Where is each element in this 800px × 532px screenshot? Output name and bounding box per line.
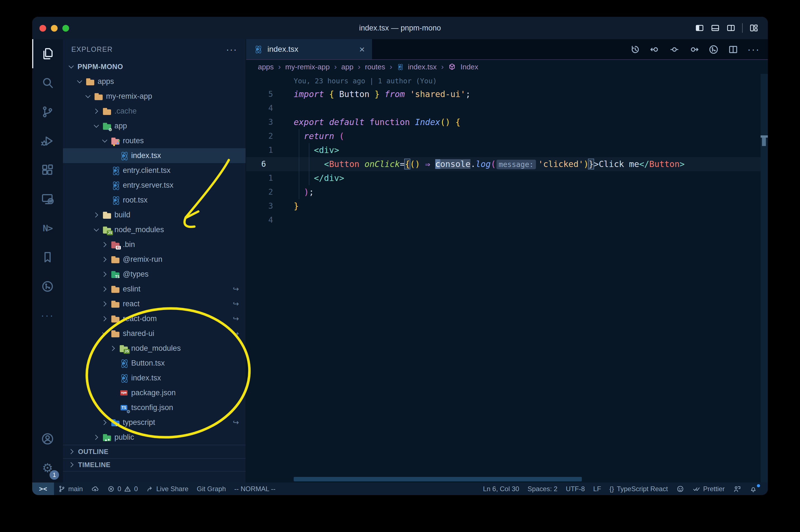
double-check-icon xyxy=(692,485,700,493)
language-mode-item[interactable]: {}TypeScript React xyxy=(605,482,672,495)
tree-row[interactable]: index.tsx xyxy=(63,148,246,163)
line-number: 3 xyxy=(246,115,283,129)
tree-row[interactable]: PNPM-MONO xyxy=(63,59,246,74)
tab-index-tsx[interactable]: index.tsx × xyxy=(246,39,372,59)
split-editor-icon[interactable] xyxy=(728,44,739,55)
feedback-item[interactable] xyxy=(729,482,745,495)
explorer-icon[interactable] xyxy=(32,39,63,68)
tree-row[interactable]: 01 .bin xyxy=(63,237,246,252)
nx-console-icon[interactable]: N> xyxy=(32,214,63,243)
tree-row[interactable]: TS @types xyxy=(63,267,246,282)
minimize-window-button[interactable] xyxy=(51,25,58,32)
breadcrumb-routes[interactable]: routes xyxy=(365,63,385,71)
git-branch-item[interactable]: main xyxy=(54,482,87,495)
indentation-item[interactable]: Spaces: 2 xyxy=(523,482,562,495)
cursor-position-item[interactable]: Ln 6, Col 30 xyxy=(479,482,523,495)
breadcrumb-symbol[interactable]: Index xyxy=(460,63,478,71)
accounts-icon[interactable] xyxy=(32,424,63,453)
code-editor[interactable]: You, 23 hours ago | 1 author (You) 5impo… xyxy=(246,74,768,482)
tree-chevron-icon xyxy=(109,152,117,159)
window-title: index.tsx — pnpm-mono xyxy=(32,24,768,33)
tree-row[interactable]: TS tsconfig.json xyxy=(63,400,246,415)
customize-layout-icon[interactable] xyxy=(749,23,758,33)
tree-row[interactable]: entry.client.tsx xyxy=(63,163,246,178)
editor-group: index.tsx × ··· apps › my-remix-app › xyxy=(246,39,768,482)
tree-row[interactable]: build xyxy=(63,208,246,222)
file-type-icon: • xyxy=(103,434,112,441)
tree-row[interactable]: my-remix-app xyxy=(63,89,246,104)
manage-gear-icon[interactable]: ⚙ 1 xyxy=(32,453,63,482)
current-change-icon[interactable] xyxy=(669,44,680,55)
breadcrumb-apps[interactable]: apps xyxy=(258,63,273,71)
timeline-section[interactable]: TIMELINE xyxy=(63,458,246,472)
github-item[interactable] xyxy=(672,482,688,495)
toggle-primary-sidebar-icon[interactable] xyxy=(695,23,704,33)
tree-row[interactable]: Button.tsx xyxy=(63,356,246,370)
breadcrumb-file[interactable]: index.tsx xyxy=(408,63,437,71)
timeline-history-icon[interactable] xyxy=(630,44,641,55)
additional-views-icon[interactable]: ··· xyxy=(32,301,63,330)
bookmarks-icon[interactable] xyxy=(32,243,63,272)
next-change-icon[interactable] xyxy=(689,44,699,55)
tree-item-label: my-remix-app xyxy=(106,92,152,101)
live-share-item[interactable]: Live Share xyxy=(142,482,193,495)
tab-label: index.tsx xyxy=(267,45,299,54)
source-control-icon[interactable] xyxy=(32,97,63,127)
tree-row[interactable]: • routes xyxy=(63,133,246,148)
tree-row[interactable]: .cache xyxy=(63,104,246,119)
tree-row[interactable]: react xyxy=(63,297,246,311)
search-icon[interactable] xyxy=(32,68,63,97)
traffic-lights xyxy=(39,25,69,32)
breadcrumb-app[interactable]: app xyxy=(341,63,353,71)
toggle-panel-icon[interactable] xyxy=(711,23,720,33)
remote-explorer-icon[interactable] xyxy=(32,185,63,214)
tree-item-label: app xyxy=(114,122,127,130)
breadcrumb-my-remix-app[interactable]: my-remix-app xyxy=(285,63,330,71)
vertical-scrollbar[interactable] xyxy=(761,74,768,482)
tree-row[interactable]: root.tsx xyxy=(63,193,246,208)
run-and-debug-icon[interactable] xyxy=(32,127,63,155)
horizontal-scrollbar[interactable] xyxy=(294,477,582,481)
encoding-item[interactable]: UTF-8 xyxy=(562,482,589,495)
tree-row[interactable]: • public xyxy=(63,430,246,445)
tree-row[interactable]: TS typescript xyxy=(63,415,246,430)
symlink-arrow-icon xyxy=(233,418,239,427)
tree-row[interactable]: index.tsx xyxy=(63,370,246,385)
gitlens-icon[interactable] xyxy=(32,272,63,301)
outline-section[interactable]: OUTLINE xyxy=(63,445,246,458)
vim-mode-indicator[interactable]: -- NORMAL -- xyxy=(230,482,280,495)
warnings-icon xyxy=(124,485,131,493)
remote-indicator[interactable]: >< xyxy=(32,482,54,495)
problems-item[interactable]: 0 0 xyxy=(103,482,142,495)
notifications-item[interactable] xyxy=(745,482,762,495)
tree-row[interactable]: entry.server.tsx xyxy=(63,178,246,193)
previous-change-icon[interactable] xyxy=(649,44,660,55)
errors-icon xyxy=(108,485,115,493)
tree-row[interactable]: apps xyxy=(63,74,246,89)
file-type-icon xyxy=(119,152,128,160)
tree-item-label: @remix-run xyxy=(123,255,162,264)
close-window-button[interactable] xyxy=(39,25,46,32)
prettier-item[interactable]: Prettier xyxy=(688,482,729,495)
code-line: 6 <Button onClick={() ⇒ console.log(mess… xyxy=(246,157,768,171)
eol-item[interactable]: LF xyxy=(589,482,605,495)
file-type-icon xyxy=(111,182,120,189)
sync-changes-item[interactable] xyxy=(87,482,103,495)
tree-row[interactable]: react-dom xyxy=(63,311,246,326)
tree-row[interactable]: JS node_modules xyxy=(63,341,246,356)
tree-row[interactable]: eslint xyxy=(63,282,246,297)
tab-close-icon[interactable]: × xyxy=(359,44,365,54)
tree-chevron-icon xyxy=(93,122,100,130)
extensions-icon[interactable] xyxy=(32,155,63,185)
commit-graph-icon[interactable] xyxy=(708,44,719,55)
git-graph-item[interactable]: Git Graph xyxy=(193,482,230,495)
zoom-window-button[interactable] xyxy=(62,25,69,32)
tree-chevron-icon xyxy=(93,226,100,233)
toggle-secondary-sidebar-icon[interactable] xyxy=(726,23,736,33)
tree-row[interactable]: shared-ui xyxy=(63,326,246,341)
tree-row[interactable]: ⚙ app xyxy=(63,119,246,133)
tree-row[interactable]: @remix-run xyxy=(63,252,246,267)
tree-item-label: package.json xyxy=(131,388,176,397)
tree-row[interactable]: JS node_modules xyxy=(63,222,246,237)
tree-row[interactable]: npm package.json xyxy=(63,385,246,400)
